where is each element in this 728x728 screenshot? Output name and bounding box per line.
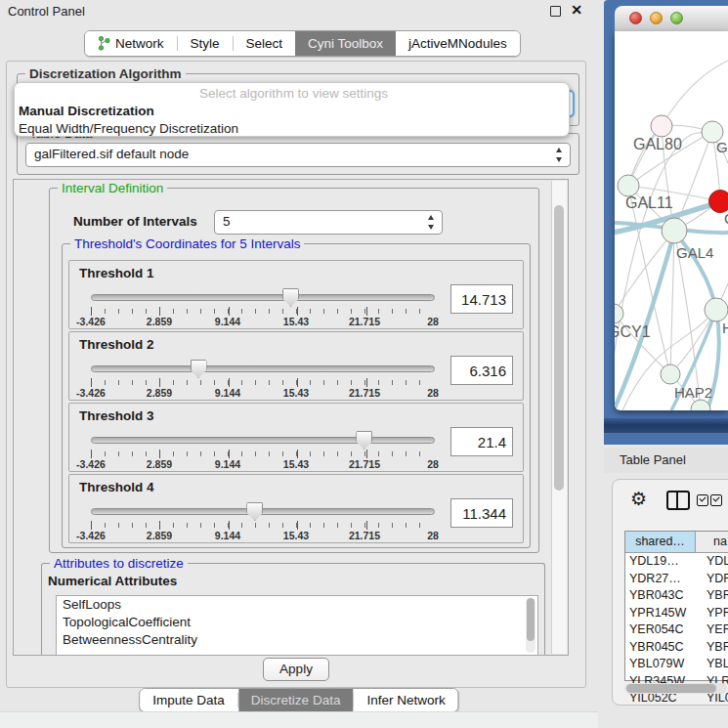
cell-name[interactable]: YER0 (700, 621, 728, 639)
tab-infer-network[interactable]: Infer Network (354, 689, 457, 711)
table-row[interactable]: YDL19…YDL1 (625, 553, 728, 571)
tick-label: -3.426 (76, 458, 106, 470)
table-row[interactable]: YDR27…YDR2 (625, 571, 728, 588)
num-intervals-select[interactable]: 5 (214, 210, 443, 235)
threshold-4-value[interactable]: 11.344 (450, 498, 513, 528)
threshold-4-slider[interactable]: -3.4262.8599.14415.4321.71528 (91, 502, 433, 539)
cell-name[interactable]: YBR0 (700, 587, 728, 605)
list-item[interactable]: TopologicalCoefficient (57, 614, 537, 631)
tab-label: Cyni Toolbox (308, 31, 383, 56)
cell-name[interactable]: YBL0 (700, 656, 728, 673)
threshold-1-slider[interactable]: -3.4262.8599.14415.4321.71528 (91, 288, 433, 325)
tick-label: -3.426 (76, 316, 106, 327)
tab-impute-data[interactable]: Impute Data (140, 689, 237, 711)
threshold-label: Threshold 3 (79, 408, 154, 423)
apply-button[interactable]: Apply (263, 658, 329, 681)
cell-shared-name[interactable]: YER054C (625, 621, 700, 639)
split-columns-icon[interactable] (666, 491, 690, 510)
cell-name[interactable]: YDL1 (700, 553, 728, 571)
cell-name[interactable]: YBR0 (700, 639, 728, 657)
float-window-icon[interactable] (550, 6, 561, 17)
slider-track[interactable] (91, 365, 435, 372)
node-h[interactable] (705, 298, 728, 321)
slider-thumb[interactable] (246, 502, 263, 521)
checkbox-icon[interactable] (710, 494, 722, 506)
tick-labels: -3.4262.8599.14415.4321.71528 (91, 458, 433, 470)
threshold-label: Threshold 4 (79, 480, 154, 494)
close-icon[interactable]: ✕ (571, 2, 582, 18)
threshold-3-slider[interactable]: -3.4262.8599.14415.4321.71528 (91, 431, 433, 468)
option-equal-width-frequency[interactable]: Equal Width/Frequency Discretization (15, 120, 569, 138)
tick-label: 21.715 (349, 458, 380, 470)
cell-shared-name[interactable]: YBR045C (625, 639, 700, 657)
cell-shared-name[interactable]: YBR043C (625, 587, 700, 605)
panel-scrollbar[interactable] (551, 181, 567, 654)
network-frame-band (604, 418, 728, 433)
tick-label: 9.144 (215, 316, 240, 327)
tab-network[interactable]: Network (85, 31, 177, 56)
cell-name[interactable]: YDR2 (700, 571, 728, 588)
tick-label: -3.426 (76, 387, 106, 399)
tab-label: Select (246, 31, 283, 56)
gear-icon[interactable]: ⚙ (630, 488, 647, 510)
slider-thumb[interactable] (282, 288, 299, 307)
checkbox-icon[interactable] (697, 494, 708, 506)
tab-select[interactable]: Select (234, 31, 296, 56)
slider-thumb[interactable] (356, 431, 372, 450)
tick-label: 15.43 (283, 530, 309, 541)
cell-shared-name[interactable]: YDR27… (625, 571, 700, 588)
tab-cyni-toolbox[interactable]: Cyni Toolbox (295, 31, 396, 56)
table-data-select[interactable]: galFiltered.sif default node (25, 143, 571, 167)
tick-label: 15.43 (283, 387, 309, 399)
table-row[interactable]: YBR045CYBR0 (625, 639, 728, 657)
cyni-mode-tabs: Impute Data Discretize Data Infer Networ… (139, 688, 458, 712)
slider-thumb[interactable] (191, 360, 207, 378)
column-header-shared[interactable]: shared… (625, 532, 696, 552)
tab-jactivemnodules[interactable]: jActiveMNodules (396, 31, 520, 56)
svg-text:GCY1: GCY1 (615, 323, 651, 340)
svg-text:GA: GA (716, 139, 728, 155)
list-item[interactable]: BetweennessCentrality (57, 631, 537, 649)
threshold-2-value[interactable]: 6.316 (450, 356, 513, 385)
table-row[interactable]: YBL079WYBL0 (625, 656, 728, 673)
cell-shared-name[interactable]: YPR145W (625, 605, 700, 622)
node-gal4[interactable] (662, 218, 687, 243)
network-window-titlebar[interactable] (615, 6, 728, 32)
slider-major-ticks (91, 450, 435, 458)
cell-shared-name[interactable]: YDL19… (625, 553, 700, 571)
table-row[interactable]: YER054CYER0 (625, 621, 728, 639)
slider-major-ticks (91, 378, 435, 387)
table-row[interactable]: YPR145WYPR1 (625, 605, 728, 622)
threshold-label: Threshold 1 (79, 266, 154, 280)
tick-labels: -3.4262.8599.14415.4321.71528 (91, 387, 433, 399)
threshold-1-box: Threshold 1-3.4262.8599.14415.4321.71528… (68, 260, 524, 329)
node-gal80[interactable] (651, 115, 672, 137)
table-hscrollbar[interactable] (624, 683, 727, 694)
scrollbar-thumb[interactable] (554, 205, 564, 491)
close-traffic-light-icon[interactable] (629, 12, 642, 24)
threshold-1-value[interactable]: 14.713 (450, 284, 513, 314)
slider-track[interactable] (91, 437, 435, 444)
cyni-toolbox-panel: Discretization Algorithm Select algorith… (6, 61, 586, 688)
threshold-2-slider[interactable]: -3.4262.8599.14415.4321.71528 (91, 360, 433, 397)
tab-discretize-data[interactable]: Discretize Data (238, 689, 354, 711)
zoom-traffic-light-icon[interactable] (670, 12, 683, 24)
slider-track[interactable] (91, 294, 435, 301)
tab-style[interactable]: Style (178, 31, 233, 56)
tick-label: -3.426 (76, 530, 106, 541)
cell-shared-name[interactable]: YBL079W (625, 656, 700, 673)
threshold-3-value[interactable]: 21.4 (450, 427, 513, 456)
list-item[interactable]: SelfLoops (57, 596, 537, 614)
node-gal11[interactable] (618, 175, 639, 196)
scrollbar-thumb[interactable] (626, 684, 716, 693)
minimize-traffic-light-icon[interactable] (650, 12, 663, 24)
table-row[interactable]: YBR043CYBR0 (625, 587, 728, 605)
option-manual-discretization[interactable]: Manual Discretization (15, 103, 569, 120)
network-canvas[interactable]: GAL80 GAL11 GAL4 GCY1 HAP2 H GA C (615, 31, 728, 410)
column-header-name[interactable]: na (696, 532, 728, 552)
tick-label: 2.859 (147, 458, 172, 470)
list-scrollbar[interactable] (526, 598, 535, 653)
node-hap2[interactable] (661, 364, 680, 384)
cell-name[interactable]: YPR1 (700, 605, 728, 622)
numerical-attributes-list[interactable]: SelfLoopsTopologicalCoefficientBetweenne… (56, 595, 538, 656)
